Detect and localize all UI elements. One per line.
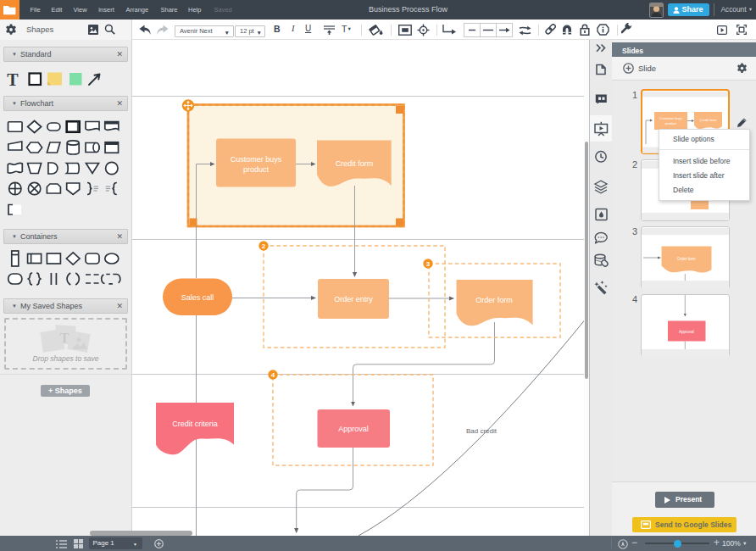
svg-text:Sales call: Sales call bbox=[181, 293, 214, 302]
svg-text:T: T bbox=[60, 331, 69, 345]
svg-text:Approval: Approval bbox=[679, 330, 694, 334]
svg-text:product: product bbox=[664, 121, 676, 125]
svg-text:Customer buys: Customer buys bbox=[659, 116, 682, 120]
svg-text:4: 4 bbox=[271, 371, 275, 379]
svg-text:Order form: Order form bbox=[677, 257, 696, 261]
svg-text:Order form: Order form bbox=[475, 296, 513, 304]
svg-text:T: T bbox=[7, 70, 19, 89]
svg-text:Approval: Approval bbox=[338, 425, 369, 433]
svg-text:Credit form: Credit form bbox=[336, 159, 374, 168]
svg-text:Credit form: Credit form bbox=[699, 118, 716, 122]
svg-text:2: 2 bbox=[262, 242, 266, 250]
svg-text:Order entry: Order entry bbox=[334, 295, 373, 303]
svg-text:3: 3 bbox=[426, 260, 431, 268]
svg-text:product: product bbox=[243, 165, 270, 174]
svg-text:Credit criteria: Credit criteria bbox=[172, 420, 218, 428]
svg-text:Customer buys: Customer buys bbox=[231, 155, 282, 164]
svg-text:Bad credit: Bad credit bbox=[466, 427, 498, 435]
